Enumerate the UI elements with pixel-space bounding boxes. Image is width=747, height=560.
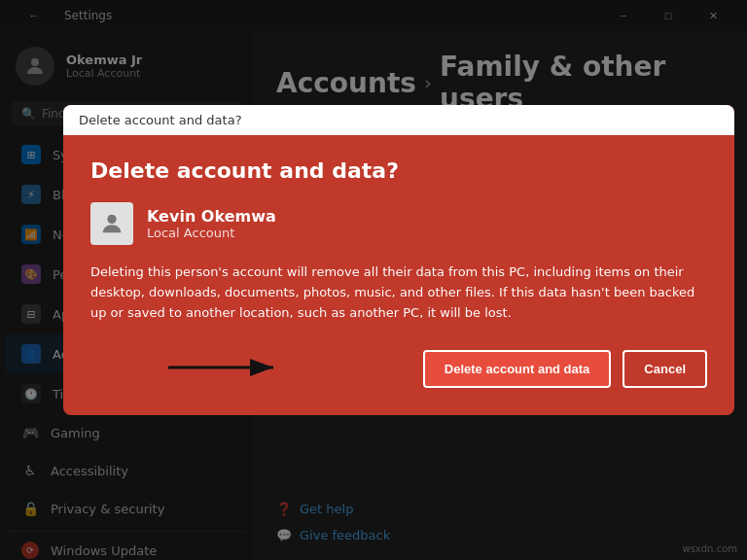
watermark: wsxdn.com [682,543,737,554]
dialog-body: Delete account and data? Kevin Okemwa Lo… [63,135,734,415]
dialog-user-row: Kevin Okemwa Local Account [90,202,707,245]
dialog-user-avatar [90,202,133,245]
dialog-titlebar-text: Delete account and data? [79,113,242,127]
cancel-button[interactable]: Cancel [622,350,707,388]
dialog-user-sub: Local Account [147,226,276,240]
svg-point-1 [107,215,116,224]
arrow-indicator [168,353,285,386]
dialog-warning-text: Deleting this person's account will remo… [90,262,707,323]
dialog-user-info: Kevin Okemwa Local Account [147,207,276,240]
dialog-heading: Delete account and data? [90,158,707,183]
delete-account-dialog: Delete account and data? Delete account … [63,105,734,415]
dialog-titlebar: Delete account and data? [63,105,734,135]
dialog-user-name: Kevin Okemwa [147,207,276,226]
dialog-actions: Delete account and data Cancel [90,350,707,388]
delete-account-button[interactable]: Delete account and data [423,350,612,388]
